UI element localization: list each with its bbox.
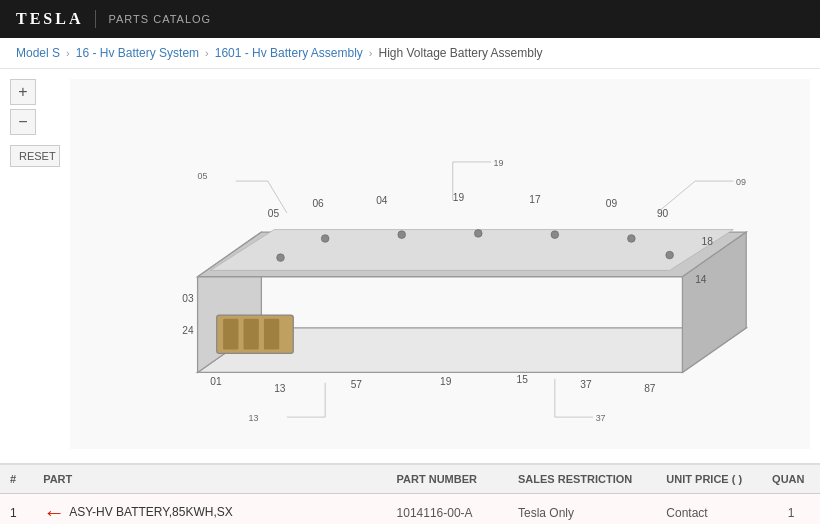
parts-section: # PART PART NUMBER SALES RESTRICTION UNI… <box>0 463 820 524</box>
table-row[interactable]: 1←ASY-HV BATTERY,85KWH,SX1014116-00-ATes… <box>0 494 820 525</box>
svg-text:09: 09 <box>606 198 618 209</box>
col-header-num: # <box>0 465 33 494</box>
svg-text:18: 18 <box>702 236 714 247</box>
svg-point-15 <box>628 235 636 243</box>
header-divider <box>95 10 96 28</box>
zoom-out-button[interactable]: − <box>10 109 36 135</box>
col-header-qty: QUAN <box>762 465 820 494</box>
svg-point-16 <box>666 251 674 259</box>
svg-text:17: 17 <box>529 194 541 205</box>
cell-unit-price: Contact <box>656 494 762 525</box>
parts-catalog-label: PARTS CATALOG <box>108 13 211 25</box>
svg-rect-9 <box>264 319 279 350</box>
svg-point-10 <box>277 254 285 262</box>
svg-text:13: 13 <box>249 413 259 423</box>
svg-point-12 <box>398 231 406 239</box>
svg-text:87: 87 <box>644 383 656 394</box>
col-header-part: PART <box>33 465 386 494</box>
breadcrumb-battery-assembly[interactable]: 1601 - Hv Battery Assembly <box>215 46 363 60</box>
svg-text:57: 57 <box>351 379 363 390</box>
parts-diagram: 05 06 04 19 17 09 90 14 18 03 24 01 13 5… <box>70 79 810 449</box>
svg-text:90: 90 <box>657 208 669 219</box>
svg-text:15: 15 <box>517 374 529 385</box>
svg-text:03: 03 <box>182 293 194 304</box>
tesla-logo: TESLA <box>16 10 83 28</box>
cell-part-name: ←ASY-HV BATTERY,85KWH,SX <box>33 494 386 525</box>
cell-row-num: 1 <box>0 494 33 525</box>
breadcrumb-separator-2: › <box>205 47 209 59</box>
svg-text:19: 19 <box>494 158 504 168</box>
svg-text:04: 04 <box>376 195 388 206</box>
svg-text:05: 05 <box>198 171 208 181</box>
svg-text:37: 37 <box>580 379 592 390</box>
header: TESLA PARTS CATALOG <box>0 0 820 38</box>
svg-text:19: 19 <box>440 376 452 387</box>
svg-text:05: 05 <box>268 208 280 219</box>
cell-part-number: 1014116-00-A <box>387 494 508 525</box>
svg-text:13: 13 <box>274 383 286 394</box>
svg-point-13 <box>474 230 482 238</box>
breadcrumb-separator-1: › <box>66 47 70 59</box>
svg-text:06: 06 <box>312 198 324 209</box>
svg-text:09: 09 <box>736 177 746 187</box>
svg-point-11 <box>321 235 329 243</box>
breadcrumb-separator-3: › <box>369 47 373 59</box>
parts-table-body: 1←ASY-HV BATTERY,85KWH,SX1014116-00-ATes… <box>0 494 820 525</box>
svg-text:37: 37 <box>596 413 606 423</box>
cell-quantity: 1 <box>762 494 820 525</box>
cell-sales-restriction: Tesla Only <box>508 494 656 525</box>
col-header-price: UNIT PRICE ( ) <box>656 465 762 494</box>
svg-rect-7 <box>223 319 238 350</box>
svg-rect-8 <box>244 319 259 350</box>
svg-text:14: 14 <box>695 274 707 285</box>
table-header-row: # PART PART NUMBER SALES RESTRICTION UNI… <box>0 465 820 494</box>
reset-button[interactable]: RESET <box>10 145 60 167</box>
breadcrumb-battery-system[interactable]: 16 - Hv Battery System <box>76 46 199 60</box>
svg-text:01: 01 <box>210 376 222 387</box>
zoom-in-button[interactable]: + <box>10 79 36 105</box>
diagram-area[interactable]: 05 06 04 19 17 09 90 14 18 03 24 01 13 5… <box>60 69 820 459</box>
parts-table: # PART PART NUMBER SALES RESTRICTION UNI… <box>0 465 820 524</box>
breadcrumb-current: High Voltage Battery Assembly <box>378 46 542 60</box>
col-header-restriction: SALES RESTRICTION <box>508 465 656 494</box>
breadcrumb-model-s[interactable]: Model S <box>16 46 60 60</box>
svg-marker-5 <box>210 230 733 271</box>
diagram-section: + − RESET <box>0 69 820 459</box>
svg-point-14 <box>551 231 559 239</box>
diagram-controls: + − RESET <box>0 69 60 459</box>
col-header-partnum: PART NUMBER <box>387 465 508 494</box>
breadcrumb: Model S › 16 - Hv Battery System › 1601 … <box>0 38 820 69</box>
svg-text:19: 19 <box>453 192 465 203</box>
svg-text:24: 24 <box>182 325 194 336</box>
highlight-arrow-icon: ← <box>43 500 65 524</box>
